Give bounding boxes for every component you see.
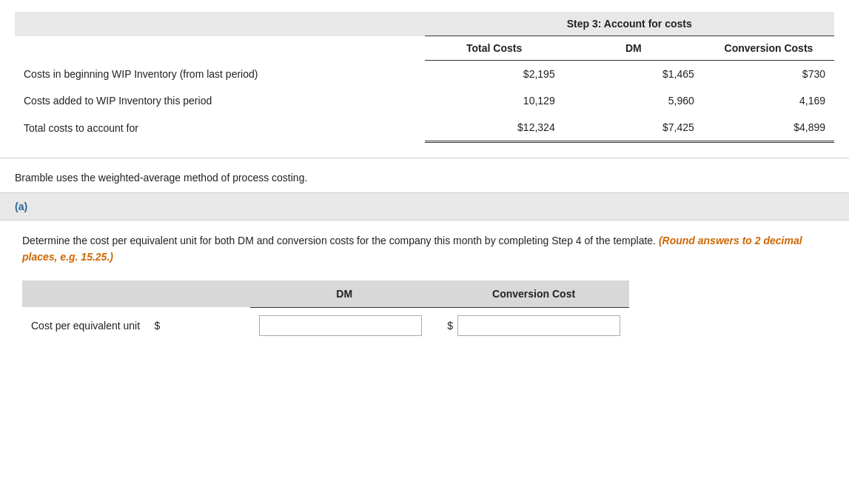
conversion-input[interactable] xyxy=(457,315,620,336)
answer-table-wrapper: DM Conversion Cost Cost per equivalent u… xyxy=(22,280,629,343)
step-header-empty xyxy=(15,12,425,36)
answer-table: DM Conversion Cost Cost per equivalent u… xyxy=(22,280,629,343)
row-beginning-wip: Costs in beginning WIP Inventory (from l… xyxy=(15,61,834,88)
answer-row-label: Cost per equivalent unit $ xyxy=(22,307,250,343)
answer-dm-cell[interactable] xyxy=(250,307,438,343)
row-costs-added: Costs added to WIP Inventory this period… xyxy=(15,87,834,114)
row-total-costs: Total costs to account for $12,324 $7,42… xyxy=(15,114,834,142)
step-header-row: Step 3: Account for costs xyxy=(15,12,834,36)
row-beginning-label: Costs in beginning WIP Inventory (from l… xyxy=(15,61,425,88)
row-beginning-total: $2,195 xyxy=(425,61,564,88)
section-a-header: (a) xyxy=(0,192,849,220)
conversion-dollar-sign: $ xyxy=(447,320,453,332)
col-dm-header: DM xyxy=(564,36,703,61)
row-beginning-conversion: $730 xyxy=(703,61,834,88)
note-section: Bramble uses the weighted-average method… xyxy=(0,158,849,192)
row-beginning-dm: $1,465 xyxy=(564,61,703,88)
column-header-row: Total Costs DM Conversion Costs xyxy=(15,36,834,61)
note-text: Bramble uses the weighted-average method… xyxy=(15,172,307,184)
col-total-header: Total Costs xyxy=(425,36,564,61)
row-total-label: Total costs to account for xyxy=(15,114,425,142)
section-a-label: (a) xyxy=(15,201,27,212)
page-wrapper: Step 3: Account for costs Total Costs DM… xyxy=(0,0,849,361)
row-added-conversion: 4,169 xyxy=(703,87,834,114)
answer-row-cost-per-unit: Cost per equivalent unit $ $ xyxy=(22,307,629,343)
col-conversion-header: Conversion Costs xyxy=(703,36,834,61)
section-a-content: Determine the cost per equivalent unit f… xyxy=(0,220,849,361)
step-header-title: Step 3: Account for costs xyxy=(425,12,835,36)
col-label-header xyxy=(15,36,425,61)
row-added-total: 10,129 xyxy=(425,87,564,114)
row-added-label: Costs added to WIP Inventory this period xyxy=(15,87,425,114)
conversion-input-wrapper: $ xyxy=(447,315,620,336)
answer-row-label-text: Cost per equivalent unit xyxy=(31,320,140,332)
row-total-conversion: $4,899 xyxy=(703,114,834,142)
row-total-total: $12,324 xyxy=(425,114,564,142)
answer-col-empty xyxy=(22,280,250,308)
answer-col-dm-header: DM xyxy=(250,280,438,308)
answer-table-header-row: DM Conversion Cost xyxy=(22,280,629,308)
instruction-main: Determine the cost per equivalent unit f… xyxy=(22,235,656,246)
dm-dollar-sign: $ xyxy=(155,320,161,332)
top-section: Step 3: Account for costs Total Costs DM… xyxy=(0,0,849,158)
answer-col-conversion-header: Conversion Cost xyxy=(438,280,629,308)
cost-table: Step 3: Account for costs Total Costs DM… xyxy=(15,12,834,143)
answer-conversion-cell: $ xyxy=(438,307,629,343)
instruction-text: Determine the cost per equivalent unit f… xyxy=(22,232,827,266)
row-total-dm: $7,425 xyxy=(564,114,703,142)
row-added-dm: 5,960 xyxy=(564,87,703,114)
dm-input[interactable] xyxy=(259,315,422,336)
